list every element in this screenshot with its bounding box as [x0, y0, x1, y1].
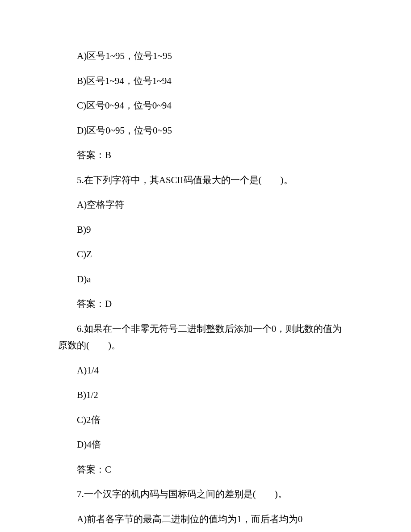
- q6-answer: 答案：C: [58, 463, 353, 477]
- q4-option-b: B)区号1~94，位号1~94: [58, 74, 353, 88]
- q4-answer: 答案：B: [58, 148, 353, 163]
- q6-question-line1: 6.如果在一个非零无符号二进制整数后添加一个0，则此数的值为: [58, 322, 353, 336]
- q5-option-a: A)空格字符: [58, 198, 353, 212]
- q5-option-b: B)9: [58, 223, 353, 237]
- q5-question: 5.在下列字符中，其ASCII码值最大的一个是( )。: [58, 173, 353, 188]
- q6-question-line2: 原数的( )。: [58, 339, 353, 353]
- q5-answer: 答案：D: [58, 297, 353, 311]
- q7-question: 7.一个汉字的机内码与国标码之间的差别是( )。: [58, 487, 353, 502]
- q4-option-c: C)区号0~94，位号0~94: [58, 99, 353, 113]
- q5-option-c: C)Z: [58, 247, 353, 262]
- q7-option-a: A)前者各字节的最高二进制位的值均为1，而后者均为0: [58, 512, 353, 527]
- q6-option-a: A)1/4: [58, 364, 353, 378]
- q4-option-a: A)区号1~95，位号1~95: [58, 49, 353, 63]
- q6-option-c: C)2倍: [58, 413, 353, 427]
- q4-option-d: D)区号0~95，位号0~95: [58, 124, 353, 138]
- q6-option-d: D)4倍: [58, 438, 353, 452]
- q5-option-d: D)a: [58, 272, 353, 287]
- q6-option-b: B)1/2: [58, 388, 353, 402]
